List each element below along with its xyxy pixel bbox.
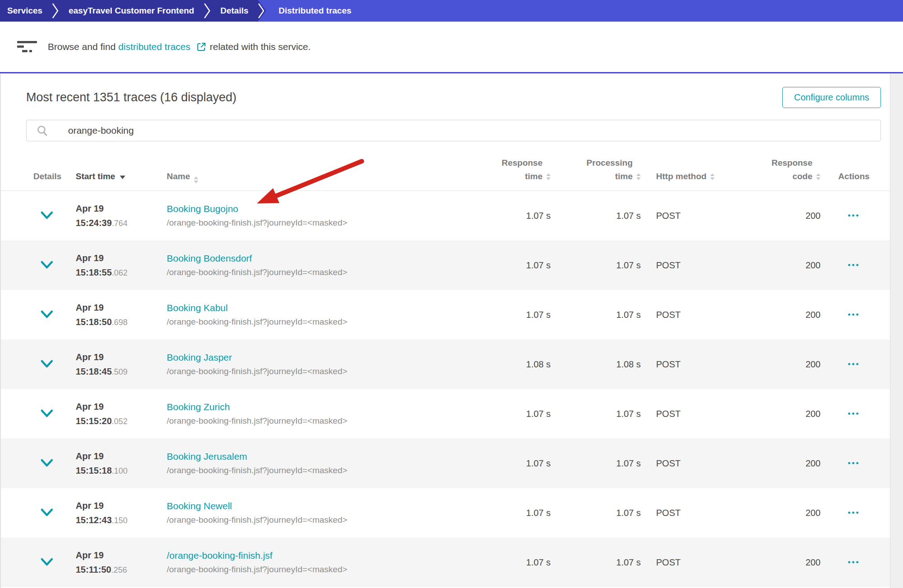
expand-chevron-icon[interactable] xyxy=(40,260,54,270)
external-link-icon[interactable] xyxy=(196,41,207,52)
sort-icon xyxy=(710,173,715,180)
actions-ellipsis-icon[interactable]: ••• xyxy=(848,310,860,319)
trace-processing-time: 1.07 s xyxy=(559,260,649,271)
trace-http-method: POST xyxy=(649,359,759,370)
expand-chevron-icon[interactable] xyxy=(40,211,54,221)
trace-start-time: 15:12:43.150 xyxy=(76,515,162,525)
chevron-right-icon xyxy=(257,1,265,21)
breadcrumb-item-services[interactable]: Services xyxy=(0,0,51,22)
sort-icon xyxy=(546,173,551,180)
actions-ellipsis-icon[interactable]: ••• xyxy=(848,459,860,467)
trace-name-link[interactable]: Booking Jasper xyxy=(167,352,232,363)
trace-start-date: Apr 19 xyxy=(76,352,162,362)
trace-response-code: 200 xyxy=(759,458,827,469)
table-row: Apr 19 15:18:50.698 Booking Kabul /orang… xyxy=(1,290,890,339)
trace-start-time: 15:11:50.256 xyxy=(76,565,162,575)
actions-ellipsis-icon[interactable]: ••• xyxy=(848,508,860,517)
trace-processing-time: 1.07 s xyxy=(559,310,649,320)
trace-start-date: Apr 19 xyxy=(76,204,162,214)
trace-start-date: Apr 19 xyxy=(76,402,162,412)
actions-ellipsis-icon[interactable]: ••• xyxy=(848,261,860,269)
trace-processing-time: 1.07 s xyxy=(559,409,649,419)
trace-start-date: Apr 19 xyxy=(76,550,162,561)
chevron-right-icon xyxy=(51,1,59,21)
configure-columns-button[interactable]: Configure columns xyxy=(782,87,881,108)
trace-start-date: Apr 19 xyxy=(76,253,162,263)
page-scrollbar-track[interactable] xyxy=(890,73,903,588)
trace-start-time: 15:18:55.062 xyxy=(76,267,162,278)
intro-text: Browse and find distributed traces relat… xyxy=(48,41,311,52)
breadcrumb-item-details[interactable]: Details xyxy=(211,0,257,22)
trace-name-link[interactable]: Booking Jerusalem xyxy=(167,451,247,462)
sort-icon xyxy=(194,176,198,183)
search-input[interactable] xyxy=(27,120,880,141)
column-header-response-code[interactable]: Response code xyxy=(759,156,827,183)
trace-start-time: 15:15:18.100 xyxy=(76,466,162,476)
table-body: Apr 19 15:24:39.764 Booking Bugojno /ora… xyxy=(1,191,890,587)
trace-response-time: 1.07 s xyxy=(459,310,559,320)
distributed-trace-icon xyxy=(17,41,38,53)
trace-name-link[interactable]: Booking Zurich xyxy=(167,402,230,412)
breadcrumb-item-distributed-traces[interactable]: Distributed traces xyxy=(258,0,903,22)
trace-name-link[interactable]: Booking Newell xyxy=(167,501,232,511)
trace-start-time: 15:15:20.052 xyxy=(76,416,162,426)
trace-start-time: 15:18:50.698 xyxy=(76,317,162,327)
trace-start-date: Apr 19 xyxy=(76,451,162,461)
sort-icon xyxy=(816,173,821,180)
trace-http-method: POST xyxy=(649,260,759,271)
column-header-processing-time[interactable]: Processing time xyxy=(559,156,649,183)
trace-response-code: 200 xyxy=(759,359,827,370)
column-header-name[interactable]: Name xyxy=(162,170,459,183)
trace-response-time: 1.07 s xyxy=(459,211,559,221)
expand-chevron-icon[interactable] xyxy=(40,557,54,567)
trace-processing-time: 1.08 s xyxy=(559,359,649,370)
trace-request-path: /orange-booking-finish.jsf?journeyId=<ma… xyxy=(167,218,459,228)
trace-processing-time: 1.07 s xyxy=(559,557,649,568)
trace-request-path: /orange-booking-finish.jsf?journeyId=<ma… xyxy=(167,515,459,525)
column-header-start-time[interactable]: Start time xyxy=(68,170,162,183)
column-header-response-time[interactable]: Response time xyxy=(459,156,559,183)
table-row: Apr 19 15:24:39.764 Booking Bugojno /ora… xyxy=(1,191,890,240)
content-wrap: Most recent 1351 traces (16 displayed) C… xyxy=(0,72,903,588)
trace-response-code: 200 xyxy=(759,310,827,320)
distributed-traces-link[interactable]: distributed traces xyxy=(119,41,191,52)
trace-name-link[interactable]: Booking Kabul xyxy=(167,303,228,313)
trace-start-time: 15:18:45.509 xyxy=(76,366,162,377)
trace-processing-time: 1.07 s xyxy=(559,458,649,469)
table-row: Apr 19 15:15:20.052 Booking Zurich /oran… xyxy=(1,389,890,439)
trace-response-time: 1.07 s xyxy=(459,508,559,518)
actions-ellipsis-icon[interactable]: ••• xyxy=(848,558,860,566)
expand-chevron-icon[interactable] xyxy=(40,310,54,320)
actions-ellipsis-icon[interactable]: ••• xyxy=(848,211,860,220)
table-row: Apr 19 15:18:45.509 Booking Jasper /oran… xyxy=(1,339,890,389)
trace-response-code: 200 xyxy=(759,557,827,568)
breadcrumb: Services easyTravel Customer Frontend De… xyxy=(0,0,903,22)
trace-request-path: /orange-booking-finish.jsf?journeyId=<ma… xyxy=(167,317,459,327)
trace-response-time: 1.07 s xyxy=(459,409,559,419)
expand-chevron-icon[interactable] xyxy=(40,409,54,419)
trace-response-code: 200 xyxy=(759,508,827,518)
trace-request-path: /orange-booking-finish.jsf?journeyId=<ma… xyxy=(167,466,459,475)
expand-chevron-icon[interactable] xyxy=(40,458,54,468)
search-box xyxy=(26,120,881,141)
table-header: Details Start time Name Response time Pr… xyxy=(1,141,890,191)
actions-ellipsis-icon[interactable]: ••• xyxy=(848,409,860,418)
trace-http-method: POST xyxy=(649,310,759,320)
table-row: Apr 19 15:18:55.062 Booking Bodensdorf /… xyxy=(1,240,890,290)
breadcrumb-item-service[interactable]: easyTravel Customer Frontend xyxy=(59,0,203,22)
expand-chevron-icon[interactable] xyxy=(40,359,54,369)
trace-name-link[interactable]: Booking Bodensdorf xyxy=(167,253,252,264)
search-icon xyxy=(36,125,49,137)
actions-ellipsis-icon[interactable]: ••• xyxy=(848,360,860,368)
trace-request-path: /orange-booking-finish.jsf?journeyId=<ma… xyxy=(167,366,459,376)
expand-chevron-icon[interactable] xyxy=(40,508,54,518)
trace-name-link[interactable]: /orange-booking-finish.jsf xyxy=(167,550,273,561)
chevron-right-icon xyxy=(203,1,211,21)
trace-http-method: POST xyxy=(649,508,759,518)
trace-name-link[interactable]: Booking Bugojno xyxy=(167,204,238,214)
column-header-http-method[interactable]: Http method xyxy=(649,170,759,183)
column-header-details: Details xyxy=(26,170,68,183)
page-title: Most recent 1351 traces (16 displayed) xyxy=(26,90,237,104)
column-header-actions: Actions xyxy=(827,170,881,183)
trace-processing-time: 1.07 s xyxy=(559,508,649,518)
